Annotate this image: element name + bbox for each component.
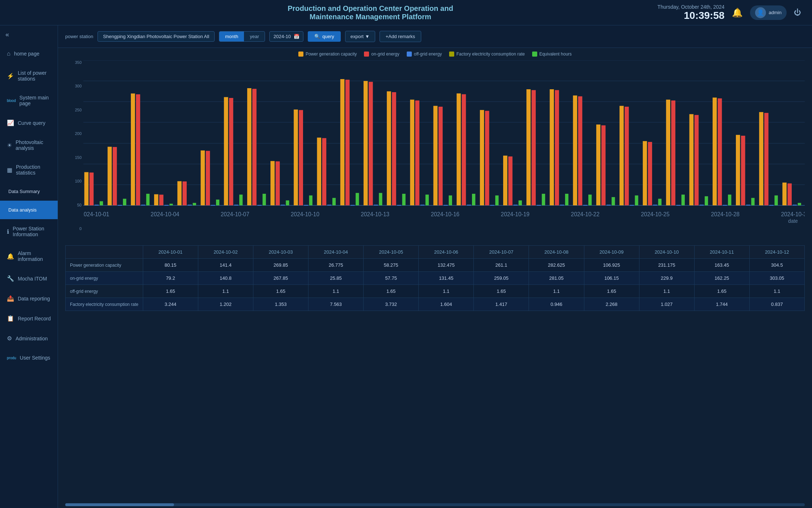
col-header-date-12: 2024-10-12	[749, 246, 804, 259]
table-cell: 106.925	[584, 259, 639, 272]
svg-rect-117	[643, 141, 647, 205]
svg-rect-139	[769, 205, 774, 206]
svg-rect-122	[671, 101, 676, 205]
svg-rect-69	[364, 81, 368, 205]
table-cell: 141.4	[198, 259, 253, 272]
table-cell: 0.946	[529, 298, 584, 311]
svg-rect-49	[247, 88, 252, 205]
sidebar-item-user-settings[interactable]: produ User Settings	[0, 348, 58, 367]
scrollbar-thumb[interactable]	[65, 503, 174, 506]
legend-off-grid: off-grid energy	[407, 52, 442, 57]
sidebar-item-production[interactable]: ▦ Production statistics	[0, 157, 58, 182]
table-cell: 26.775	[308, 259, 364, 272]
svg-rect-59	[304, 205, 308, 206]
sidebar-item-mocha[interactable]: 🔧 Mocha ITOM	[0, 269, 58, 288]
sidebar-item-power-station-info-label: Power Station Information	[13, 226, 52, 237]
notification-bell-icon[interactable]: 🔔	[732, 8, 743, 18]
sidebar-item-power-station-info[interactable]: ℹ Power Station Information	[0, 219, 58, 244]
svg-rect-72	[379, 193, 382, 205]
y-label-200: 200	[65, 131, 82, 136]
svg-rect-97	[526, 89, 531, 205]
table-cell: 131.45	[419, 272, 474, 285]
sidebar-item-power-stations-label: List of power stations	[18, 70, 52, 82]
svg-text:2024-10-19: 2024-10-19	[501, 211, 530, 217]
table-cell: 1.417	[474, 298, 529, 311]
svg-rect-67	[351, 205, 355, 206]
table-cell: 3.732	[364, 298, 419, 311]
svg-rect-77	[410, 100, 414, 205]
table-scrollbar[interactable]	[65, 503, 805, 506]
svg-rect-134	[741, 136, 745, 205]
svg-text:2024-10-22: 2024-10-22	[571, 211, 600, 217]
svg-rect-121	[666, 100, 670, 205]
svg-rect-60	[309, 196, 312, 205]
table-body: Power generation capacity80.15141.4269.8…	[66, 259, 805, 311]
col-header-empty	[66, 246, 143, 259]
sidebar-item-data-summary[interactable]: Data Summary	[0, 182, 58, 201]
col-header-date-11: 2024-10-11	[694, 246, 749, 259]
sidebar-item-curve-query[interactable]: 📈 Curve query	[0, 113, 58, 133]
svg-rect-38	[182, 181, 187, 205]
toolbar: power station Shengping Xingdian Photovo…	[58, 25, 812, 48]
svg-text:2024-10-10: 2024-10-10	[291, 211, 319, 217]
bar-chart-svg: 2024-10-01 2024-10-04 2024-10-07 2024-10…	[83, 60, 805, 242]
power-icon[interactable]: ⏻	[794, 8, 801, 17]
svg-rect-103	[560, 205, 564, 205]
table-cell: 2.268	[584, 298, 639, 311]
sidebar-item-alarm-label: Alarm information	[18, 250, 52, 262]
svg-rect-41	[201, 151, 205, 205]
sidebar-item-data-reporting[interactable]: 📤 Data reporting	[0, 288, 58, 308]
sidebar-item-system-main[interactable]: blood System main page	[0, 88, 58, 113]
table-cell: 1.604	[419, 298, 474, 311]
sidebar-item-system-main-label: System main page	[19, 95, 52, 106]
tab-year[interactable]: year	[244, 32, 265, 41]
sidebar-item-alarm[interactable]: 🔔 Alarm information	[0, 244, 58, 269]
svg-rect-71	[374, 205, 378, 205]
sidebar-item-power-stations[interactable]: ⚡ List of power stations	[0, 64, 58, 88]
svg-text:2024-10-28: 2024-10-28	[711, 211, 740, 217]
svg-text:2024-10-07: 2024-10-07	[221, 211, 249, 217]
svg-rect-94	[508, 156, 513, 205]
sidebar-item-report-record[interactable]: 📋 Report Record	[0, 308, 58, 328]
date-picker[interactable]: 2024-10 📅	[269, 31, 303, 42]
table-cell: 7.563	[308, 298, 364, 311]
sidebar-item-home-label: home page	[14, 51, 52, 57]
table-cell: 79.2	[143, 272, 198, 285]
sidebar-item-photovoltaic[interactable]: ☀ Photovoltaic analysis	[0, 133, 58, 157]
svg-rect-73	[387, 91, 391, 205]
svg-rect-42	[206, 151, 210, 205]
svg-rect-76	[402, 194, 405, 205]
svg-rect-56	[286, 200, 289, 205]
svg-text:2024-10-04: 2024-10-04	[151, 211, 179, 217]
sidebar-item-home[interactable]: ⌂ home page	[0, 44, 58, 64]
svg-rect-113	[620, 106, 624, 205]
header-right: Thursday, October 24th, 2024 10:39:58 🔔 …	[658, 4, 801, 21]
table-cell: 1.1	[419, 285, 474, 298]
report-record-icon: 📋	[7, 315, 14, 322]
svg-rect-91	[490, 205, 494, 206]
sidebar-item-administration[interactable]: ⚙ Administration	[0, 328, 58, 348]
query-button[interactable]: 🔍 query	[308, 31, 341, 42]
svg-rect-52	[262, 194, 266, 205]
export-button[interactable]: export ▼	[345, 31, 375, 42]
legend-color-on-grid	[364, 52, 369, 57]
sidebar-item-administration-label: Administration	[16, 336, 52, 341]
svg-rect-106	[578, 96, 583, 205]
svg-rect-39	[188, 205, 192, 205]
add-remarks-button[interactable]: +Add remarks	[380, 31, 421, 42]
svg-rect-90	[485, 111, 489, 205]
svg-rect-120	[658, 199, 662, 205]
sidebar-collapse-button[interactable]: «	[0, 25, 58, 44]
svg-rect-99	[536, 205, 541, 206]
svg-rect-43	[211, 205, 215, 206]
station-select[interactable]: Shengping Xingdian Photovoltaic Power St…	[98, 31, 215, 42]
table-cell: 304.5	[749, 259, 804, 272]
svg-rect-95	[513, 205, 518, 205]
row-header-label: on-grid energy	[66, 272, 143, 285]
user-badge[interactable]: 👤 admin	[750, 5, 787, 20]
svg-rect-50	[252, 89, 257, 205]
sidebar-item-data-analysis[interactable]: Data analysis	[0, 201, 58, 219]
tab-month[interactable]: month	[219, 32, 244, 41]
table-cell: 132.475	[419, 259, 474, 272]
svg-rect-109	[596, 124, 601, 205]
